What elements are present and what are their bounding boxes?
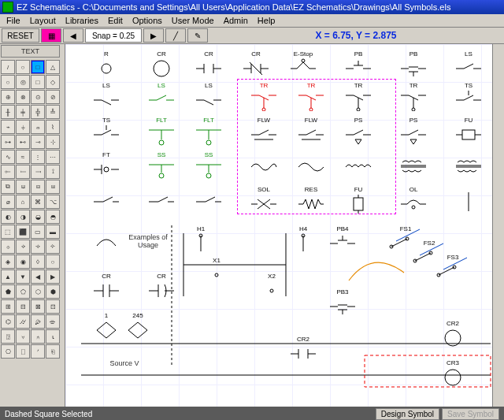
- palette-cell-61[interactable]: ⬠: [16, 284, 30, 299]
- palette-cell-27[interactable]: ⋯: [46, 150, 60, 164]
- symbol-pb[interactable]: PB: [341, 50, 376, 77]
- symbol-sw[interactable]: [89, 186, 124, 213]
- menu-libraries[interactable]: Libraries: [61, 16, 103, 25]
- design-symbol-button[interactable]: Design Symbol: [376, 408, 439, 420]
- symbol-ls[interactable]: LS: [144, 82, 179, 109]
- palette-cell-58[interactable]: ◀: [31, 269, 45, 284]
- symbol-sw[interactable]: [191, 186, 226, 213]
- symbol-ss[interactable]: SS: [144, 151, 179, 178]
- menu-admin[interactable]: Admin: [219, 16, 253, 25]
- symbol-coil2[interactable]: [294, 151, 328, 178]
- symbol-tr[interactable]: TR: [246, 82, 281, 109]
- palette-cell-48[interactable]: ⟐: [1, 240, 15, 254]
- symbol-245[interactable]: 245: [120, 312, 155, 339]
- symbol-pb4[interactable]: PB4: [325, 225, 360, 252]
- palette-cell-10[interactable]: ⊙: [31, 90, 45, 104]
- palette-text-button[interactable]: TEXT: [1, 45, 60, 58]
- palette-cell-24[interactable]: ∿: [1, 150, 15, 164]
- palette-cell-64[interactable]: ⊞: [1, 299, 15, 314]
- palette-cell-57[interactable]: ▼: [16, 269, 30, 284]
- palette-cell-18[interactable]: ⏛: [31, 120, 45, 134]
- palette-cell-5[interactable]: ◎: [16, 75, 30, 89]
- palette-cell-45[interactable]: ⬛: [16, 225, 30, 239]
- symbol-cr2[interactable]: CR2: [435, 320, 470, 347]
- symbol-1[interactable]: 1: [89, 312, 124, 339]
- symbol-sw[interactable]: [144, 186, 179, 213]
- palette-cell-26[interactable]: ⋮: [31, 150, 45, 164]
- palette-cell-31[interactable]: ⟟: [46, 165, 60, 179]
- symbol-res[interactable]: RES: [294, 186, 328, 213]
- palette-cell-49[interactable]: ⟡: [16, 240, 30, 254]
- palette-cell-19[interactable]: ⌇: [46, 120, 60, 134]
- symbol-ol[interactable]: OL: [396, 186, 431, 213]
- palette-cell-78[interactable]: ⎖: [31, 344, 45, 359]
- symbol-h1[interactable]: H1: [183, 225, 218, 252]
- palette-cell-55[interactable]: ○: [46, 255, 60, 269]
- symbol-x2[interactable]: X2: [254, 273, 289, 299]
- symbol-sol[interactable]: SOL: [246, 186, 281, 213]
- palette-cell-29[interactable]: ⟝: [16, 165, 30, 179]
- symbol-ls[interactable]: LS: [191, 82, 226, 109]
- palette-cell-66[interactable]: ⊠: [31, 299, 45, 314]
- symbol-flt[interactable]: FLT: [191, 117, 226, 143]
- palette-cell-28[interactable]: ⟜: [1, 165, 15, 179]
- menu-file[interactable]: File: [2, 16, 25, 25]
- symbol-fu[interactable]: FU: [451, 117, 486, 143]
- symbol-fu[interactable]: FU: [341, 186, 376, 213]
- palette-cell-17[interactable]: ⏚: [16, 120, 30, 134]
- palette-cell-42[interactable]: ◒: [31, 210, 45, 224]
- palette-cell-9[interactable]: ⊗: [16, 90, 30, 104]
- palette-cell-62[interactable]: ⬡: [31, 284, 45, 299]
- palette-cell-0[interactable]: /: [1, 60, 15, 74]
- palette-cell-73[interactable]: ⍱: [16, 329, 30, 344]
- menu-edit[interactable]: Edit: [103, 16, 128, 25]
- palette-cell-79[interactable]: ⎗: [46, 344, 60, 359]
- palette-cell-54[interactable]: ◊: [31, 255, 45, 269]
- palette-cell-1[interactable]: ○: [16, 60, 30, 74]
- symbol-ls[interactable]: LS: [89, 82, 124, 109]
- symbol-cr[interactable]: CR: [191, 50, 226, 77]
- palette-cell-37[interactable]: ⌂: [16, 195, 30, 209]
- palette-cell-32[interactable]: ⧉: [1, 180, 15, 194]
- palette-cell-44[interactable]: ⬚: [1, 225, 15, 239]
- palette-cell-16[interactable]: ⌁: [1, 120, 15, 134]
- palette-cell-12[interactable]: ╫: [1, 105, 15, 119]
- palette-cell-75[interactable]: ⍳: [46, 329, 60, 344]
- drawing-canvas[interactable]: Examples of Usage Source V RCRCRCRE-Stop…: [65, 44, 504, 407]
- line-tool-button[interactable]: ╱: [165, 28, 186, 43]
- palette-cell-11[interactable]: ⊘: [46, 90, 60, 104]
- arrow-left-button[interactable]: ◀: [63, 28, 83, 43]
- symbol-cr[interactable]: CR: [239, 50, 273, 77]
- palette-cell-67[interactable]: ⊡: [46, 299, 60, 314]
- symbol-pb3[interactable]: PB3: [325, 288, 360, 315]
- symbol-tr[interactable]: TR: [341, 82, 376, 109]
- symbol-tr[interactable]: TR: [396, 82, 431, 109]
- symbol-cr2[interactable]: CR2: [286, 336, 321, 362]
- palette-cell-39[interactable]: ⌥: [46, 195, 60, 209]
- symbol-ss[interactable]: SS: [191, 151, 226, 178]
- palette-cell-69[interactable]: ⌭: [16, 314, 30, 329]
- menu-help[interactable]: Help: [253, 16, 280, 25]
- tool-button-1[interactable]: ▦: [41, 28, 61, 43]
- symbol-ps[interactable]: PS: [341, 117, 376, 143]
- palette-cell-68[interactable]: ⌬: [1, 314, 15, 329]
- symbol-arc[interactable]: [89, 225, 124, 252]
- symbol-ps[interactable]: PS: [396, 117, 431, 143]
- palette-cell-8[interactable]: ⊕: [1, 90, 15, 104]
- symbol-h4[interactable]: H4: [286, 225, 321, 252]
- symbol-ind[interactable]: [341, 151, 376, 178]
- symbol-r[interactable]: R: [89, 50, 124, 77]
- palette-cell-63[interactable]: ⬢: [46, 284, 60, 299]
- palette-cell-15[interactable]: ╩: [46, 105, 60, 119]
- palette-cell-52[interactable]: ◈: [1, 255, 15, 269]
- palette-cell-43[interactable]: ◓: [46, 210, 60, 224]
- palette-cell-51[interactable]: ⟣: [46, 240, 60, 254]
- vertical-scrollbar[interactable]: [492, 44, 504, 407]
- symbol-fs3[interactable]: FS3: [435, 254, 470, 281]
- symbol-xfmr[interactable]: [451, 151, 486, 178]
- symbol-ft[interactable]: FT: [89, 151, 124, 178]
- symbol-e-stop[interactable]: E-Stop: [286, 50, 321, 77]
- palette-cell-3[interactable]: △: [46, 60, 60, 74]
- palette-cell-7[interactable]: ◇: [46, 75, 60, 89]
- pen-tool-button[interactable]: ✎: [187, 28, 208, 43]
